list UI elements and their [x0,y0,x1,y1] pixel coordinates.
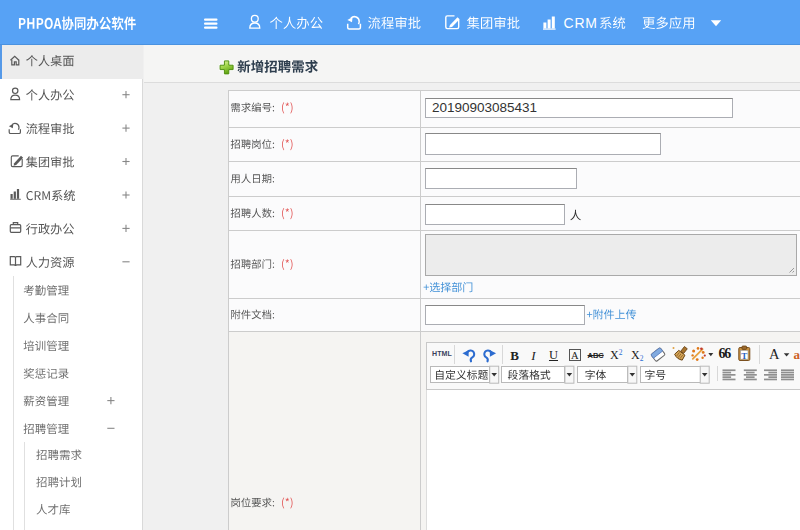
svg-text:T: T [741,351,747,361]
